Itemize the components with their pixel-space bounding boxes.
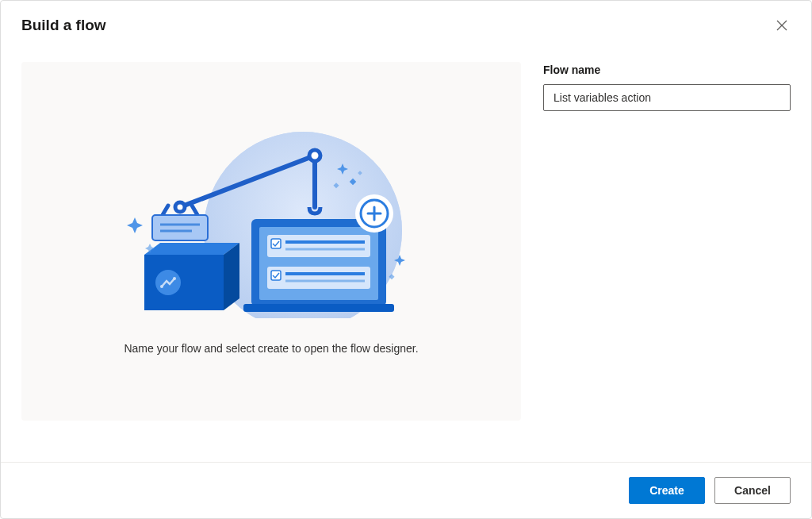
svg-point-16 — [173, 277, 176, 280]
create-button[interactable]: Create — [629, 477, 705, 504]
build-flow-dialog: Build a flow — [0, 0, 812, 519]
svg-marker-12 — [144, 243, 239, 255]
svg-rect-8 — [152, 215, 208, 240]
illustration-panel: Name your flow and select create to open… — [21, 62, 521, 421]
cancel-button[interactable]: Cancel — [714, 477, 791, 504]
svg-rect-19 — [243, 304, 394, 312]
flow-name-label: Flow name — [543, 63, 791, 76]
dialog-footer: Create Cancel — [1, 462, 811, 518]
close-button[interactable] — [773, 17, 791, 37]
flow-illustration — [121, 128, 422, 318]
svg-point-15 — [160, 285, 163, 288]
illustration-description: Name your flow and select create to open… — [124, 342, 418, 355]
svg-point-6 — [309, 150, 320, 161]
svg-marker-13 — [224, 243, 239, 310]
dialog-header: Build a flow — [1, 1, 811, 43]
dialog-title: Build a flow — [21, 17, 106, 34]
svg-rect-25 — [271, 271, 281, 280]
form-panel: Flow name — [543, 62, 791, 462]
svg-rect-24 — [267, 267, 370, 289]
svg-point-7 — [175, 202, 185, 212]
svg-rect-21 — [271, 239, 281, 248]
dialog-content: Name your flow and select create to open… — [1, 43, 811, 462]
svg-rect-20 — [267, 235, 370, 257]
close-icon — [776, 20, 787, 33]
flow-name-input[interactable] — [543, 84, 791, 111]
